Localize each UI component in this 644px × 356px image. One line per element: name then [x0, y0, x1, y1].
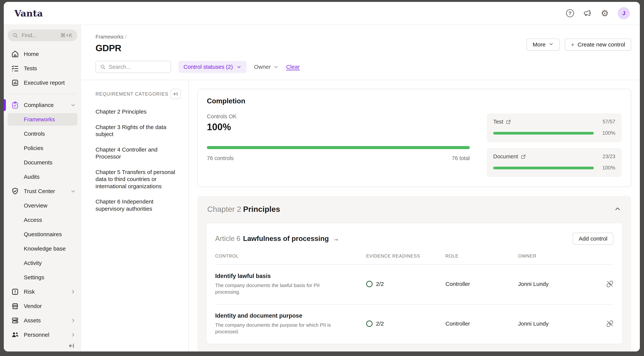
breadcrumb-frameworks[interactable]: Frameworks — [96, 34, 124, 40]
controls-ok-percent: 100% — [207, 121, 470, 132]
category-chapter-3[interactable]: Chapter 3 Rights of the data subject — [96, 124, 178, 138]
column-role: ROLE — [446, 253, 518, 259]
sidebar-collapse-button[interactable] — [68, 342, 76, 350]
control-row-identify-lawful-basis[interactable]: Identify lawful basis The company docume… — [215, 265, 614, 304]
control-row-identity-and-document-purpose[interactable]: Identity and document purpose The compan… — [215, 304, 614, 344]
plus-icon: + — [571, 41, 574, 48]
unlink-control-button[interactable] — [602, 320, 614, 327]
controls-ok-label: Controls OK — [207, 113, 470, 120]
sidebar-item-home[interactable]: Home — [4, 47, 81, 61]
requirement-categories-panel: REQUIREMENT CATEGORIES Chapter 2 Princip… — [81, 80, 189, 351]
user-avatar[interactable]: J — [618, 7, 630, 19]
column-owner: OWNER — [518, 253, 602, 259]
sidebar-item-label: Policies — [24, 145, 43, 151]
document-percent: 100% — [599, 165, 615, 171]
sidebar-item-trust-center[interactable]: Trust Center — [4, 184, 81, 199]
test-percent: 100% — [599, 130, 615, 136]
test-stat-box: Test 57/57 — [487, 113, 622, 142]
category-chapter-4[interactable]: Chapter 4 Controller and Processor — [96, 146, 178, 160]
test-progress-bar — [493, 132, 594, 134]
collapse-section-button[interactable] — [614, 205, 621, 214]
sidebar-item-label: Questionnaires — [24, 231, 62, 238]
sidebar-item-label: Settings — [24, 274, 44, 281]
sidebar-item-overview[interactable]: Overview — [4, 199, 81, 213]
evidence-ring-icon — [366, 320, 372, 327]
external-link-icon — [521, 154, 526, 159]
sidebar-item-label: Personnel — [24, 332, 49, 338]
create-new-control-button[interactable]: + Create new control — [565, 39, 631, 51]
home-icon — [11, 50, 19, 58]
control-statuses-filter[interactable]: Control statuses (2) — [178, 61, 246, 73]
test-link[interactable]: Test — [493, 119, 511, 125]
sidebar-item-assets[interactable]: Assets — [4, 313, 81, 328]
unlink-control-button[interactable] — [602, 280, 614, 288]
top-bar: Vanta ? ⚙ J — [4, 2, 640, 25]
chevron-down-icon — [70, 102, 76, 108]
sidebar-item-questionnaires[interactable]: Questionnaires — [4, 227, 81, 242]
column-evidence-readiness: EVIDENCE READINESS — [366, 253, 446, 259]
find-placeholder: Find... — [22, 32, 37, 39]
sidebar-item-settings[interactable]: Settings — [4, 270, 81, 285]
clear-filters-link[interactable]: Clear — [286, 64, 300, 70]
sidebar-item-vendor[interactable]: Vendor — [4, 299, 81, 313]
controls-table-header: CONTROL EVIDENCE READINESS ROLE OWNER — [215, 253, 614, 265]
more-button[interactable]: More — [526, 39, 560, 51]
topbar-actions: ? ⚙ J — [566, 7, 630, 19]
sidebar-item-personnel[interactable]: Personnel — [4, 328, 81, 342]
checklist-icon — [11, 64, 19, 73]
document-stat-box: Document 23/23 — [487, 148, 622, 177]
search-icon — [100, 64, 106, 70]
sidebar-item-executive-report[interactable]: Executive report — [4, 76, 81, 90]
document-link[interactable]: Document — [493, 153, 526, 160]
sidebar-item-policies[interactable]: Policies — [4, 141, 81, 155]
settings-gear-icon[interactable]: ⚙ — [600, 9, 609, 17]
unlink-icon — [606, 280, 614, 288]
sidebar-divider — [9, 94, 76, 94]
sidebar-item-activity[interactable]: Activity — [4, 256, 81, 270]
category-chapter-6[interactable]: Chapter 6 Independent supervisory author… — [96, 198, 178, 212]
sidebar-item-label: Compliance — [24, 102, 54, 108]
global-search[interactable]: Find... ⌘+K — [8, 30, 78, 41]
owner-filter[interactable]: Owner — [254, 64, 278, 70]
sidebar-item-risk[interactable]: Risk — [4, 285, 81, 299]
vanta-logo: Vanta — [14, 8, 43, 19]
add-control-button[interactable]: Add control — [573, 233, 614, 245]
controls-search[interactable] — [96, 61, 171, 73]
categories-header: REQUIREMENT CATEGORIES — [96, 91, 168, 97]
filter-bar: Control statuses (2) Owner Clear — [81, 53, 640, 80]
sidebar-item-label: Access — [24, 217, 42, 223]
sidebar-item-controls[interactable]: Controls — [4, 127, 81, 141]
sidebar-item-label: Knowledge base — [24, 245, 66, 252]
breadcrumb[interactable]: Frameworks/ — [96, 34, 126, 40]
main-area: Frameworks/ GDPR More + Create new contr… — [81, 25, 640, 351]
controls-count: 76 controls — [207, 155, 234, 161]
category-chapter-2[interactable]: Chapter 2 Principles — [96, 108, 178, 115]
help-icon[interactable]: ? — [566, 9, 574, 17]
sidebar-item-label: Activity — [24, 260, 42, 266]
sidebar-item-tests[interactable]: Tests — [4, 61, 81, 76]
sidebar-nav: Home Tests — [4, 47, 81, 342]
sidebar-item-label: Risk — [24, 289, 35, 295]
sidebar-item-label: Overview — [24, 202, 48, 209]
category-chapter-5[interactable]: Chapter 5 Transfers of personal data to … — [96, 168, 178, 190]
unlink-icon — [606, 320, 614, 327]
sidebar-item-label: Executive report — [24, 80, 65, 86]
sidebar-item-access[interactable]: Access — [4, 213, 81, 227]
compliance-clipboard-icon — [11, 101, 19, 109]
completion-progress-bar — [207, 146, 470, 149]
article-6-title-link[interactable]: Article 6 Lawfulness of processing → — [215, 235, 339, 243]
test-count: 57/57 — [602, 119, 615, 125]
panel-collapse-button[interactable] — [171, 89, 181, 99]
shield-check-icon — [11, 187, 19, 195]
sidebar-item-compliance[interactable]: Compliance — [4, 98, 81, 112]
find-shortcut: ⌘+K — [60, 32, 72, 39]
sidebar-item-frameworks[interactable]: Frameworks — [8, 113, 78, 126]
sidebar-item-documents[interactable]: Documents — [4, 155, 81, 170]
search-input[interactable] — [109, 64, 166, 70]
sidebar-item-knowledge-base[interactable]: Knowledge base — [4, 242, 81, 256]
external-link-icon — [506, 119, 511, 124]
sidebar-item-audits[interactable]: Audits — [4, 170, 81, 184]
announcements-icon[interactable] — [583, 9, 592, 17]
chevron-down-icon — [548, 41, 554, 48]
active-section-indicator — [4, 99, 6, 111]
